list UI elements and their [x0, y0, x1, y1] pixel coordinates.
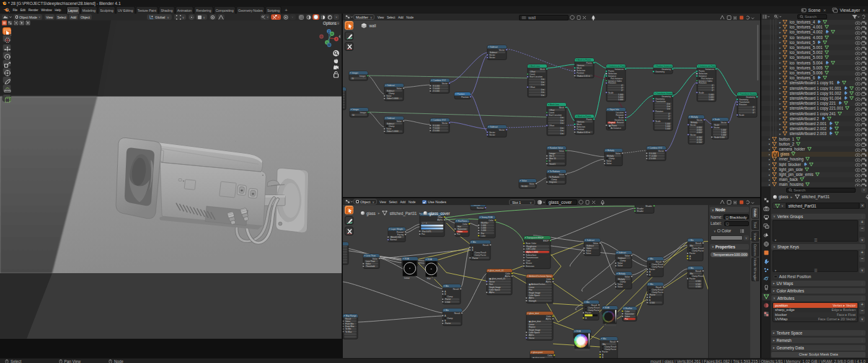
svg-text:Z 0.000: Z 0.000	[649, 157, 656, 160]
svg-text:Rotation: Rotation	[739, 103, 747, 106]
svg-text:Mix: Mix	[603, 338, 606, 340]
svg-text:Result: Result	[482, 244, 489, 247]
svg-text:Value: Value	[529, 183, 535, 185]
svg-text:RGB: RGB	[405, 258, 410, 260]
svg-text:Result: Result	[695, 270, 701, 273]
svg-text:Result: Result	[454, 312, 460, 315]
svg-text:Color: Color	[505, 273, 511, 275]
svg-text:Object Info: Object Info	[609, 108, 619, 111]
svg-text:Mesh: Mesh	[540, 68, 545, 71]
svg-text:Vector: Vector	[441, 122, 448, 125]
svg-text:Alpha: Alpha	[529, 334, 534, 336]
svg-text:Result: Result	[609, 341, 616, 343]
svg-text:Color Space: Color Space	[529, 294, 540, 297]
svg-text:Points: Points	[587, 62, 593, 64]
svg-text:Mix: Mix	[650, 283, 653, 286]
svg-text:Relative: Relative	[617, 121, 624, 124]
svg-text:Seed 0: Seed 0	[549, 163, 556, 165]
svg-text:Color: Color	[438, 216, 443, 219]
svg-text:Hue/Satur...: Hue/Satur...	[458, 220, 469, 222]
svg-text:Subtract: Subtract	[619, 251, 626, 254]
svg-text:Single Image: Single Image	[489, 286, 501, 289]
svg-text:Mix: Mix	[691, 267, 694, 269]
svg-text:Vector: Vector	[529, 337, 535, 339]
svg-text:Realize Instances: Realize Instances	[657, 65, 673, 68]
svg-text:Mix: Mix	[446, 309, 449, 312]
svg-text:Integer: Integer	[352, 72, 359, 74]
svg-text:Value: Value	[618, 286, 623, 288]
svg-text:As Instance: As Instance	[611, 127, 621, 129]
svg-text:Scale: Scale	[655, 120, 661, 123]
svg-text:Translation: Translation	[655, 100, 666, 103]
svg-text:RGB: RGB	[577, 330, 582, 333]
svg-text:Shader: Shader	[645, 205, 653, 208]
svg-text:Value: Value	[397, 120, 402, 123]
svg-text:BSDF: BSDF	[543, 240, 549, 242]
svg-text:Value: Value	[606, 162, 612, 165]
svg-text:Result: Result	[695, 242, 701, 245]
svg-text:Multiply: Multiply	[608, 149, 615, 152]
svg-text:Value: Value	[397, 87, 402, 90]
svg-text:Combine XYZ: Combine XYZ	[650, 147, 663, 149]
svg-text:0.500: 0.500	[445, 301, 450, 304]
svg-text:Scale: Scale	[739, 114, 745, 116]
svg-text:▣ glass_dust: ▣ glass_dust	[529, 320, 541, 323]
svg-text:1.000: 1.000	[665, 128, 670, 130]
svg-text:Vector: Vector	[696, 119, 702, 121]
svg-text:Repeat: Repeat	[529, 326, 535, 328]
svg-text:Degrees: Degrees	[549, 181, 557, 183]
svg-text:Alpha: Alpha	[489, 291, 494, 294]
svg-text:Mesh to Points: Mesh to Points	[578, 115, 591, 118]
svg-text:Alpha: Alpha	[529, 297, 534, 299]
svg-text:Map Range: Map Range	[346, 315, 356, 317]
svg-text:20: 20	[352, 77, 354, 80]
svg-text:Subtract: Subtract	[388, 84, 395, 87]
svg-text:Value: Value	[625, 276, 631, 278]
svg-text:AmbientOcclusion Spray: AmbientOcclusion Spray	[529, 275, 552, 278]
svg-text:Scale: Scale	[699, 92, 704, 94]
svg-text:Scale 0.000: Scale 0.000	[714, 136, 725, 139]
svg-text:Z: Z	[328, 30, 330, 33]
svg-text:Color Space: Color Space	[529, 331, 540, 334]
svg-text:Transmission: Transmission	[526, 256, 538, 259]
svg-text:Factor: Factor	[445, 322, 451, 325]
svg-text:Mix: Mix	[446, 285, 449, 287]
svg-text:0 m: 0 m	[667, 108, 671, 110]
svg-text:Alpha: Alpha	[546, 281, 551, 283]
svg-text:Subtract: Subtract	[490, 126, 498, 128]
svg-text:Color: Color	[547, 354, 553, 357]
svg-text:Color: Color	[480, 235, 486, 237]
svg-text:Mix: Mix	[691, 239, 694, 242]
svg-text:0 m: 0 m	[560, 122, 564, 125]
svg-text:Clamp: Clamp	[447, 317, 453, 320]
svg-text:Radius 0.05 m: Radius 0.05 m	[577, 131, 590, 134]
svg-text:0 m: 0 m	[560, 133, 564, 135]
svg-text:Vector: Vector	[690, 124, 696, 126]
svg-text:▣ glass_mask_01: ▣ glass_mask_01	[489, 278, 505, 280]
svg-text:Offset: Offset	[529, 86, 535, 89]
svg-text:Transform Geometry: Transform Geometry	[657, 92, 676, 95]
svg-text:Normal: Normal	[477, 207, 484, 209]
svg-text:Mix: Mix	[587, 301, 590, 304]
svg-text:Z 0.000: Z 0.000	[433, 90, 440, 92]
svg-text:0 m: 0 m	[541, 94, 545, 97]
svg-text:Mesh Line: Mesh Line	[550, 103, 559, 106]
svg-text:Less Than: Less Than	[366, 255, 376, 257]
svg-text:Mix: Mix	[473, 241, 476, 243]
svg-text:Mix: Mix	[650, 258, 653, 260]
svg-text:Linear: Linear	[529, 286, 535, 289]
svg-text:Position: Position	[461, 96, 469, 98]
svg-text:Shader: Shader	[637, 210, 644, 212]
svg-text:Fac: Fac	[625, 318, 629, 320]
svg-text:+ − ∨: + − ∨	[422, 222, 427, 224]
svg-text:Value: Value	[559, 173, 565, 176]
svg-text:Combine XYZ: Combine XYZ	[433, 119, 446, 121]
svg-text:0.500: 0.500	[696, 286, 701, 288]
svg-text:Color: Color	[546, 315, 552, 318]
svg-text:Rotation: Rotation	[655, 110, 663, 113]
svg-text:-0.100: -0.100	[696, 141, 702, 144]
svg-text:Offset: Offset	[549, 125, 554, 127]
svg-text:Subsurface: Subsurface	[526, 254, 536, 256]
svg-text:glass.paint: glass.paint	[533, 351, 543, 354]
svg-text:Integer: Integer	[359, 75, 366, 77]
